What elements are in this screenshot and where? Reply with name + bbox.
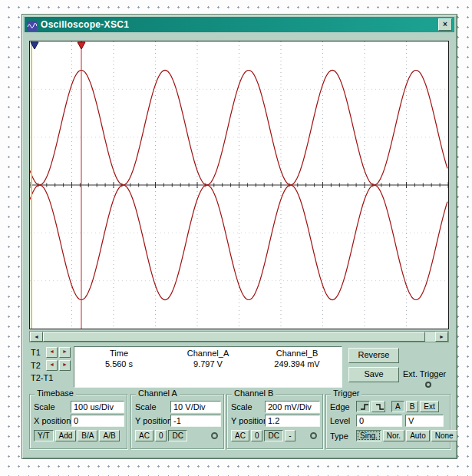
channel-a-ac-button[interactable]: AC bbox=[135, 430, 153, 441]
trigger-edge-label: Edge bbox=[330, 402, 356, 412]
window-titlebar[interactable]: Oscilloscope-XSC1 × bbox=[25, 17, 454, 32]
scope-plot bbox=[30, 41, 448, 329]
t1-cursor-marker[interactable] bbox=[78, 42, 85, 49]
channel-b-ac-button[interactable]: AC bbox=[231, 430, 249, 441]
scope-display bbox=[29, 41, 449, 329]
channel-a-scale-label: Scale bbox=[135, 402, 170, 412]
trigger-type-nor-button[interactable]: Nor. bbox=[383, 430, 404, 441]
scroll-right-arrow-icon[interactable]: ► bbox=[435, 332, 448, 342]
measurement-box: Time Channel_A Channel_B 5.560 s 9.797 V… bbox=[74, 346, 342, 388]
channel-b-yposition-input[interactable]: 1.2 bbox=[265, 415, 320, 427]
t2-left-button[interactable]: ◄ bbox=[46, 360, 58, 371]
scope-hscrollbar[interactable]: ◄ ► bbox=[29, 331, 449, 342]
oscilloscope-icon bbox=[27, 20, 37, 30]
channel-b-terminal-icon bbox=[310, 432, 317, 439]
channel-b-minus-button[interactable]: - bbox=[285, 430, 295, 441]
channel-b-group: Channel B Scale 200 mV/Div Y position 1.… bbox=[226, 394, 323, 449]
yt-mode-button[interactable]: Y/T bbox=[34, 430, 54, 441]
channel-a-yposition-label: Y position bbox=[135, 416, 170, 425]
trigger-group: Trigger Edge A B Ext Level 0 V Type Sing… bbox=[325, 394, 451, 449]
trigger-level-label: Level bbox=[330, 416, 356, 425]
channel-b-scale-input[interactable]: 200 mV/Div bbox=[265, 401, 320, 413]
channel-a-zero-button[interactable]: 0 bbox=[155, 430, 167, 441]
channel-b-dc-button[interactable]: DC bbox=[264, 430, 282, 441]
ba-mode-button[interactable]: B/A bbox=[78, 430, 97, 441]
channel-b-title: Channel B bbox=[232, 388, 276, 398]
scroll-thumb[interactable] bbox=[43, 332, 425, 342]
t2-row: T2 ◄ ► bbox=[31, 359, 72, 371]
t1-row: T1 ◄ ► bbox=[31, 346, 72, 358]
trace-channel_b bbox=[30, 185, 447, 300]
trigger-type-auto-button[interactable]: Auto bbox=[406, 430, 430, 441]
channel-a-terminal-icon bbox=[211, 432, 218, 439]
ab-mode-button[interactable]: A/B bbox=[99, 430, 119, 441]
channel-b-value: 249.394 mV bbox=[253, 359, 342, 369]
trigger-source-a-button[interactable]: A bbox=[391, 401, 404, 412]
channel-a-title: Channel A bbox=[136, 388, 180, 398]
t2-label: T2 bbox=[31, 361, 46, 370]
t1-right-button[interactable]: ► bbox=[59, 347, 71, 358]
timebase-title: Timebase bbox=[35, 388, 76, 398]
reverse-button[interactable]: Reverse bbox=[348, 348, 399, 363]
workspace-background: Oscilloscope-XSC1 × ◄ ► T1 ◄ ► T2 ◄ bbox=[0, 0, 472, 476]
channel-a-value: 9.797 V bbox=[163, 359, 253, 369]
timebase-scale-input[interactable]: 100 us/Div bbox=[71, 401, 124, 413]
trigger-level-input[interactable]: 0 bbox=[356, 415, 402, 427]
save-button[interactable]: Save bbox=[348, 367, 399, 382]
measurement-header-row: Time Channel_A Channel_B bbox=[74, 349, 342, 358]
close-button[interactable]: × bbox=[438, 18, 452, 31]
measurement-value-row: 5.560 s 9.797 V 249.394 mV bbox=[74, 359, 342, 369]
trigger-level-unit-select[interactable]: V bbox=[405, 415, 444, 427]
time-value: 5.560 s bbox=[74, 359, 163, 369]
t1-left-button[interactable]: ◄ bbox=[46, 347, 58, 358]
t2t1-label: T2-T1 bbox=[31, 373, 72, 382]
cursor-controls: T1 ◄ ► T2 ◄ ► T2-T1 bbox=[31, 346, 72, 382]
trigger-title: Trigger bbox=[331, 388, 361, 398]
timebase-xposition-label: X position bbox=[34, 416, 71, 425]
channel-a-yposition-input[interactable]: -1 bbox=[170, 415, 221, 427]
channel-b-yposition-label: Y position bbox=[231, 416, 265, 425]
channel-b-scale-label: Scale bbox=[231, 402, 265, 412]
timebase-group: Timebase Scale 100 us/Div X position 0 Y… bbox=[29, 394, 127, 449]
scroll-left-arrow-icon[interactable]: ◄ bbox=[30, 332, 43, 342]
trigger-source-ext-button[interactable]: Ext bbox=[420, 401, 438, 412]
t1-label: T1 bbox=[31, 348, 46, 357]
timebase-scale-label: Scale bbox=[34, 402, 71, 412]
ext-trigger-terminal[interactable] bbox=[425, 382, 431, 388]
add-mode-button[interactable]: Add bbox=[55, 430, 77, 441]
rising-edge-button[interactable] bbox=[356, 401, 370, 412]
window-title: Oscilloscope-XSC1 bbox=[41, 19, 129, 30]
channel-a-scale-input[interactable]: 10 V/Div bbox=[170, 401, 221, 413]
channel-b-header: Channel_B bbox=[253, 349, 342, 358]
time-header: Time bbox=[74, 349, 163, 358]
scroll-track[interactable] bbox=[43, 332, 435, 342]
timebase-xposition-input[interactable]: 0 bbox=[71, 415, 124, 427]
ext-trigger-label: Ext. Trigger bbox=[403, 369, 446, 378]
trigger-type-sing-button[interactable]: Sing. bbox=[356, 430, 381, 441]
channel-a-header: Channel_A bbox=[163, 349, 253, 358]
falling-edge-button[interactable] bbox=[371, 401, 385, 412]
trigger-type-none-button[interactable]: None bbox=[431, 430, 457, 441]
channel-a-dc-button[interactable]: DC bbox=[168, 430, 186, 441]
readout-section: T1 ◄ ► T2 ◄ ► T2-T1 Time Channel_A Chann… bbox=[29, 346, 449, 389]
oscilloscope-window: Oscilloscope-XSC1 × ◄ ► T1 ◄ ► T2 ◄ bbox=[21, 14, 457, 459]
trigger-type-label: Type bbox=[330, 431, 356, 441]
channel-a-group: Channel A Scale 10 V/Div Y position -1 A… bbox=[130, 394, 224, 449]
trace-channel_a bbox=[30, 70, 447, 185]
channel-b-zero-button[interactable]: 0 bbox=[251, 430, 263, 441]
t2-right-button[interactable]: ► bbox=[59, 360, 71, 371]
trigger-source-b-button[interactable]: B bbox=[406, 401, 419, 412]
